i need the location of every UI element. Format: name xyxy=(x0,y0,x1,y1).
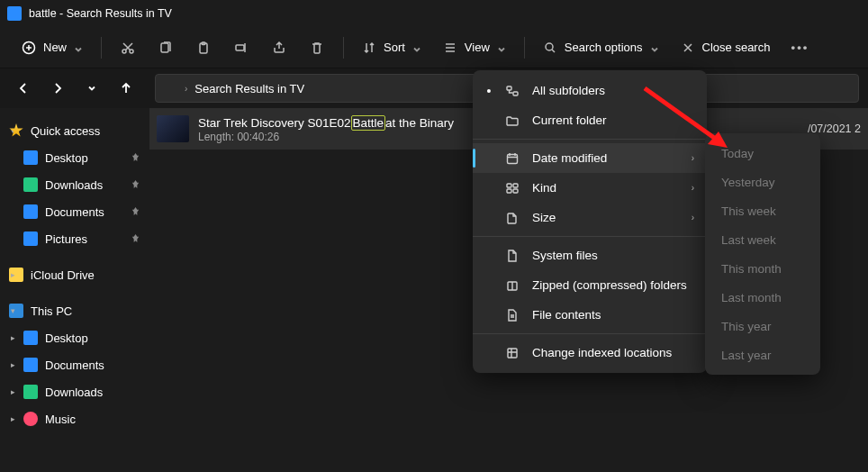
menu-system-files[interactable]: System files xyxy=(473,241,707,270)
menu-this-year[interactable]: This year xyxy=(705,312,820,340)
trash-icon xyxy=(310,41,324,55)
sidebar-pc-documents[interactable]: ▸ Documents xyxy=(4,351,146,378)
menu-kind[interactable]: Kind › xyxy=(473,173,707,203)
search-options-menu: • All subfolders Current folder Date mod… xyxy=(473,70,707,373)
sort-label: Sort xyxy=(384,41,405,54)
toolbar: New Sort View Search options Close searc… xyxy=(0,27,868,68)
titlebar: battle - Search Results in TV xyxy=(0,0,868,27)
menu-last-year[interactable]: Last year xyxy=(705,340,820,369)
calendar-icon xyxy=(505,151,520,166)
up-button[interactable] xyxy=(112,74,140,103)
rename-button[interactable] xyxy=(224,32,258,63)
bullet-icon: • xyxy=(485,84,493,98)
cut-button[interactable] xyxy=(111,32,145,63)
forward-button[interactable] xyxy=(43,74,72,103)
result-subtitle: Length: 00:40:26 xyxy=(198,131,454,143)
sidebar-label: iCloud Drive xyxy=(31,268,95,282)
sidebar-desktop[interactable]: Desktop xyxy=(4,144,146,171)
menu-label: Today xyxy=(721,147,804,160)
menu-this-month[interactable]: This month xyxy=(705,254,820,283)
menu-label: Last year xyxy=(721,349,804,362)
divider xyxy=(101,37,102,59)
search-options-button[interactable]: Search options xyxy=(534,32,668,63)
scissors-icon xyxy=(121,41,135,55)
chevron-right-icon: › xyxy=(185,84,187,94)
sidebar-label: Quick access xyxy=(31,124,100,138)
sort-button[interactable]: Sort xyxy=(353,32,430,63)
search-settings-icon xyxy=(543,41,557,55)
view-button[interactable]: View xyxy=(434,32,515,63)
navbar: › Search Results in TV xyxy=(0,68,868,108)
svg-rect-6 xyxy=(236,45,244,50)
chevron-right-icon: ▸ xyxy=(7,270,18,279)
menu-yesterday[interactable]: Yesterday xyxy=(705,168,820,196)
new-button[interactable]: New xyxy=(13,32,92,63)
sidebar-pc-desktop[interactable]: ▸ Desktop xyxy=(4,324,146,351)
menu-label: Date modified xyxy=(532,151,679,165)
back-button[interactable] xyxy=(9,74,38,103)
clipboard-icon xyxy=(196,41,211,55)
menu-zipped-folders[interactable]: Zipped (compressed) folders xyxy=(473,270,707,300)
title-pre: Star Trek Discovery S01E02 xyxy=(198,116,351,130)
menu-today[interactable]: Today xyxy=(705,139,820,168)
share-icon xyxy=(272,41,286,55)
svg-rect-8 xyxy=(507,86,511,90)
svg-rect-9 xyxy=(513,92,518,95)
menu-label: This week xyxy=(721,204,804,218)
menu-label: Change indexed locations xyxy=(532,346,694,359)
sidebar-documents[interactable]: Documents xyxy=(4,198,146,225)
menu-label: Current folder xyxy=(532,113,694,127)
paste-button[interactable] xyxy=(186,32,221,63)
menu-last-month[interactable]: Last month xyxy=(705,283,820,312)
sidebar-pc-downloads[interactable]: ▸ Downloads xyxy=(4,378,146,405)
share-button[interactable] xyxy=(262,32,296,63)
menu-file-contents[interactable]: File contents xyxy=(473,300,707,330)
sidebar-icloud[interactable]: ▸ iCloud Drive xyxy=(4,261,146,288)
menu-last-week[interactable]: Last week xyxy=(705,225,820,254)
size-icon xyxy=(505,211,520,225)
chevron-right-icon: › xyxy=(692,153,694,163)
sort-icon xyxy=(362,41,376,55)
length-label: Length: xyxy=(198,131,237,143)
sidebar-this-pc[interactable]: ▾ This PC xyxy=(4,297,146,324)
length-value: 00:40:26 xyxy=(237,131,279,143)
menu-label: Last month xyxy=(721,291,804,304)
more-button[interactable]: ••• xyxy=(782,32,817,63)
chevron-right-icon: ▸ xyxy=(7,333,18,342)
menu-label: Zipped (compressed) folders xyxy=(532,278,694,292)
pin-icon xyxy=(131,232,140,246)
zip-icon xyxy=(505,278,520,293)
menu-change-indexed[interactable]: Change indexed locations xyxy=(473,338,707,368)
folder-icon xyxy=(505,113,520,128)
menu-this-week[interactable]: This week xyxy=(705,196,820,225)
pin-icon xyxy=(131,205,140,219)
app-icon xyxy=(7,6,22,21)
recent-button[interactable] xyxy=(77,74,106,103)
close-search-button[interactable]: Close search xyxy=(672,32,780,63)
menu-separator xyxy=(473,333,707,334)
menu-current-folder[interactable]: Current folder xyxy=(473,105,707,135)
svg-rect-14 xyxy=(513,189,518,193)
menu-date-modified[interactable]: Date modified › xyxy=(473,143,707,173)
sidebar-quick-access[interactable]: ▾ Quick access xyxy=(4,117,146,144)
sidebar-pc-music[interactable]: ▸ Music xyxy=(4,405,146,432)
copy-icon xyxy=(158,41,173,55)
chevron-down-icon xyxy=(74,43,83,52)
result-text: Star Trek Discovery S01E02 Battle at the… xyxy=(198,115,454,143)
chevron-right-icon: › xyxy=(692,183,694,193)
copy-button[interactable] xyxy=(149,32,183,63)
download-icon xyxy=(23,177,38,192)
svg-point-1 xyxy=(122,50,126,53)
menu-label: All subfolders xyxy=(532,84,694,97)
picture-icon xyxy=(23,231,38,246)
sidebar-pictures[interactable]: Pictures xyxy=(4,225,146,252)
more-icon: ••• xyxy=(791,41,809,54)
menu-all-subfolders[interactable]: • All subfolders xyxy=(473,76,707,105)
svg-point-2 xyxy=(130,50,133,53)
menu-size[interactable]: Size › xyxy=(473,203,707,232)
sidebar-downloads[interactable]: Downloads xyxy=(4,171,146,198)
search-options-label: Search options xyxy=(565,41,643,54)
chevron-right-icon: ▸ xyxy=(7,387,18,396)
menu-label: Kind xyxy=(532,181,679,195)
delete-button[interactable] xyxy=(300,32,334,63)
